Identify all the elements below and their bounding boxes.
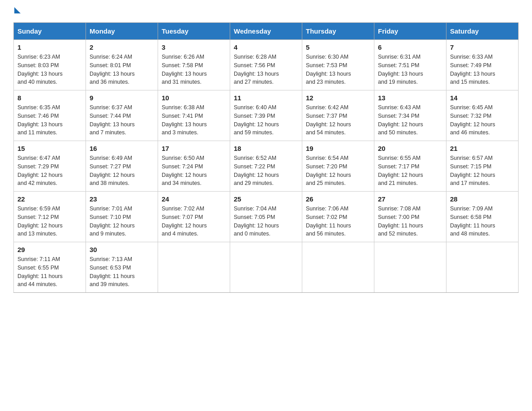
day-info: Sunrise: 7:08 AMSunset: 7:00 PMDaylight:… [378,206,423,237]
day-info: Sunrise: 6:45 AMSunset: 7:32 PMDaylight:… [450,104,495,136]
day-number: 30 [90,246,154,253]
calendar-week-row: 8 Sunrise: 6:35 AMSunset: 7:46 PMDayligh… [14,90,519,141]
day-info: Sunrise: 6:52 AMSunset: 7:22 PMDaylight:… [234,155,279,186]
calendar-day-cell: 15 Sunrise: 6:47 AMSunset: 7:29 PMDaylig… [14,141,86,192]
calendar-day-cell: 16 Sunrise: 6:49 AMSunset: 7:27 PMDaylig… [86,141,158,192]
calendar-day-cell [158,242,230,293]
day-info: Sunrise: 6:50 AMSunset: 7:24 PMDaylight:… [162,155,207,186]
day-info: Sunrise: 7:01 AMSunset: 7:10 PMDaylight:… [90,206,135,237]
day-number: 9 [90,94,154,102]
calendar-day-cell [446,242,519,293]
day-info: Sunrise: 6:23 AMSunset: 8:03 PMDaylight:… [17,54,63,85]
day-number: 6 [378,43,442,51]
day-info: Sunrise: 6:40 AMSunset: 7:39 PMDaylight:… [234,104,279,136]
day-info: Sunrise: 7:11 AMSunset: 6:55 PMDaylight:… [17,256,63,287]
day-info: Sunrise: 6:54 AMSunset: 7:20 PMDaylight:… [306,155,351,186]
day-number: 20 [378,145,442,152]
day-info: Sunrise: 6:33 AMSunset: 7:49 PMDaylight:… [450,54,495,85]
weekday-header-saturday: Saturday [446,23,519,40]
day-number: 19 [306,145,370,152]
day-info: Sunrise: 6:57 AMSunset: 7:15 PMDaylight:… [450,155,495,186]
day-info: Sunrise: 6:43 AMSunset: 7:34 PMDaylight:… [378,104,423,136]
day-info: Sunrise: 6:37 AMSunset: 7:44 PMDaylight:… [90,104,135,136]
day-number: 3 [162,43,226,51]
weekday-header-monday: Monday [86,23,158,40]
day-info: Sunrise: 7:02 AMSunset: 7:07 PMDaylight:… [162,206,207,237]
day-info: Sunrise: 6:35 AMSunset: 7:46 PMDaylight:… [17,104,63,136]
day-number: 8 [17,94,82,102]
weekday-header-row: SundayMondayTuesdayWednesdayThursdayFrid… [14,23,519,40]
calendar-day-cell: 28 Sunrise: 7:09 AMSunset: 6:58 PMDaylig… [446,192,519,242]
day-number: 23 [90,195,154,203]
day-info: Sunrise: 6:30 AMSunset: 7:53 PMDaylight:… [306,54,351,85]
day-info: Sunrise: 7:06 AMSunset: 7:02 PMDaylight:… [306,206,351,237]
day-number: 17 [162,145,226,152]
calendar-week-row: 1 Sunrise: 6:23 AMSunset: 8:03 PMDayligh… [14,40,519,90]
day-number: 21 [450,145,515,152]
calendar-day-cell: 30 Sunrise: 7:13 AMSunset: 6:53 PMDaylig… [86,242,158,293]
calendar-day-cell: 6 Sunrise: 6:31 AMSunset: 7:51 PMDayligh… [374,40,446,90]
calendar-day-cell [230,242,302,293]
weekday-header-thursday: Thursday [302,23,374,40]
calendar-day-cell: 23 Sunrise: 7:01 AMSunset: 7:10 PMDaylig… [86,192,158,242]
calendar-day-cell: 3 Sunrise: 6:26 AMSunset: 7:58 PMDayligh… [158,40,230,90]
day-number: 1 [17,43,82,51]
day-info: Sunrise: 6:26 AMSunset: 7:58 PMDaylight:… [162,54,207,85]
day-info: Sunrise: 6:42 AMSunset: 7:37 PMDaylight:… [306,104,351,136]
calendar-day-cell: 10 Sunrise: 6:38 AMSunset: 7:41 PMDaylig… [158,90,230,141]
day-number: 4 [234,43,298,51]
calendar-day-cell: 11 Sunrise: 6:40 AMSunset: 7:39 PMDaylig… [230,90,302,141]
weekday-header-friday: Friday [374,23,446,40]
calendar-day-cell: 24 Sunrise: 7:02 AMSunset: 7:07 PMDaylig… [158,192,230,242]
day-info: Sunrise: 7:09 AMSunset: 6:58 PMDaylight:… [450,206,495,237]
calendar-week-row: 22 Sunrise: 6:59 AMSunset: 7:12 PMDaylig… [14,192,519,242]
calendar-week-row: 29 Sunrise: 7:11 AMSunset: 6:55 PMDaylig… [14,242,519,293]
day-number: 15 [17,145,82,152]
day-number: 2 [90,43,154,51]
day-info: Sunrise: 6:24 AMSunset: 8:01 PMDaylight:… [90,54,135,85]
day-number: 14 [450,94,515,102]
calendar-day-cell [302,242,374,293]
day-number: 11 [234,94,298,102]
calendar-day-cell: 13 Sunrise: 6:43 AMSunset: 7:34 PMDaylig… [374,90,446,141]
calendar-day-cell: 12 Sunrise: 6:42 AMSunset: 7:37 PMDaylig… [302,90,374,141]
day-info: Sunrise: 6:47 AMSunset: 7:29 PMDaylight:… [17,155,63,186]
day-number: 28 [450,195,515,203]
day-number: 24 [162,195,226,203]
calendar-day-cell: 1 Sunrise: 6:23 AMSunset: 8:03 PMDayligh… [14,40,86,90]
calendar-day-cell: 4 Sunrise: 6:28 AMSunset: 7:56 PMDayligh… [230,40,302,90]
calendar-day-cell: 5 Sunrise: 6:30 AMSunset: 7:53 PMDayligh… [302,40,374,90]
calendar-day-cell: 18 Sunrise: 6:52 AMSunset: 7:22 PMDaylig… [230,141,302,192]
calendar-day-cell: 17 Sunrise: 6:50 AMSunset: 7:24 PMDaylig… [158,141,230,192]
calendar-day-cell: 7 Sunrise: 6:33 AMSunset: 7:49 PMDayligh… [446,40,519,90]
calendar-day-cell: 26 Sunrise: 7:06 AMSunset: 7:02 PMDaylig… [302,192,374,242]
calendar-day-cell: 9 Sunrise: 6:37 AMSunset: 7:44 PMDayligh… [86,90,158,141]
day-number: 25 [234,195,298,203]
calendar-day-cell: 20 Sunrise: 6:55 AMSunset: 7:17 PMDaylig… [374,141,446,192]
calendar-day-cell: 27 Sunrise: 7:08 AMSunset: 7:00 PMDaylig… [374,192,446,242]
day-number: 18 [234,145,298,152]
weekday-header-tuesday: Tuesday [158,23,230,40]
calendar-day-cell: 22 Sunrise: 6:59 AMSunset: 7:12 PMDaylig… [14,192,86,242]
calendar-day-cell: 19 Sunrise: 6:54 AMSunset: 7:20 PMDaylig… [302,141,374,192]
page-header [13,9,519,13]
calendar-day-cell: 2 Sunrise: 6:24 AMSunset: 8:01 PMDayligh… [86,40,158,90]
day-info: Sunrise: 6:38 AMSunset: 7:41 PMDaylight:… [162,104,207,136]
day-info: Sunrise: 6:55 AMSunset: 7:17 PMDaylight:… [378,155,423,186]
weekday-header-sunday: Sunday [14,23,86,40]
day-number: 7 [450,43,515,51]
day-info: Sunrise: 7:04 AMSunset: 7:05 PMDaylight:… [234,206,279,237]
calendar-day-cell: 25 Sunrise: 7:04 AMSunset: 7:05 PMDaylig… [230,192,302,242]
day-number: 27 [378,195,442,203]
day-info: Sunrise: 6:31 AMSunset: 7:51 PMDaylight:… [378,54,423,85]
calendar-day-cell: 29 Sunrise: 7:11 AMSunset: 6:55 PMDaylig… [14,242,86,293]
calendar-day-cell: 21 Sunrise: 6:57 AMSunset: 7:15 PMDaylig… [446,141,519,192]
day-number: 12 [306,94,370,102]
calendar-week-row: 15 Sunrise: 6:47 AMSunset: 7:29 PMDaylig… [14,141,519,192]
weekday-header-wednesday: Wednesday [230,23,302,40]
day-number: 5 [306,43,370,51]
day-number: 22 [17,195,82,203]
day-info: Sunrise: 6:28 AMSunset: 7:56 PMDaylight:… [234,54,279,85]
calendar-day-cell [374,242,446,293]
day-info: Sunrise: 7:13 AMSunset: 6:53 PMDaylight:… [90,256,135,287]
